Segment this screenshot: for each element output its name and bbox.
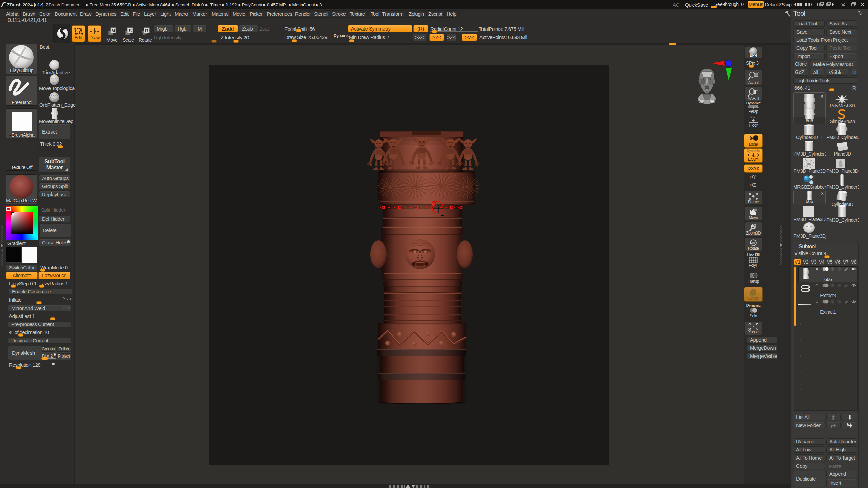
svg-text:x1: x1 [756,71,759,74]
svg-text:R: R [145,28,149,33]
svg-text:BPR: BPR [750,53,757,57]
svg-text:M: M [111,28,115,33]
svg-text:3: 3 [820,94,823,99]
svg-text:3: 3 [821,190,823,196]
svg-text:666: 666 [806,118,813,123]
svg-text:666: 666 [806,199,813,204]
svg-text:S: S [129,28,132,33]
